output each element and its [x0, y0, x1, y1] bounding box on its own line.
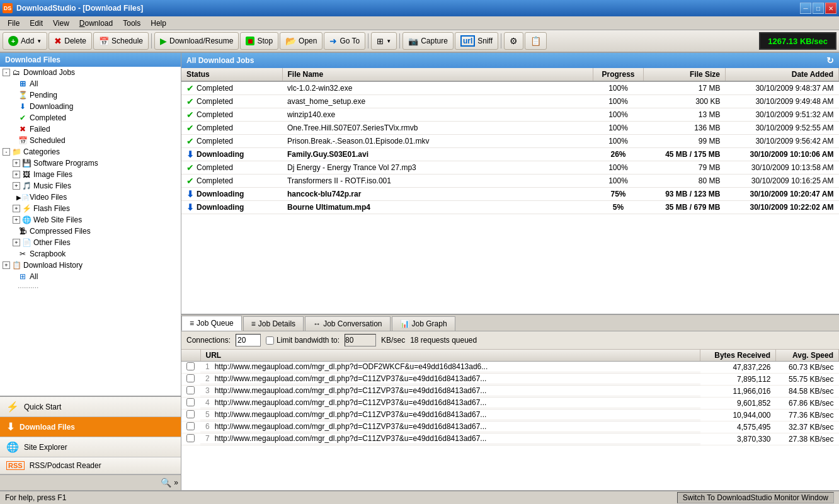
menu-download[interactable]: Download [74, 18, 118, 29]
sniff-button[interactable]: url Sniff [455, 32, 498, 50]
conn-table-row[interactable]: 5http://www.megaupload.com/mgr_dl.php?d=… [181, 410, 839, 421]
tree-item-other[interactable]: + 📄 Other Files [0, 237, 181, 248]
menu-view[interactable]: View [48, 18, 74, 29]
expand-categories[interactable]: - [3, 148, 10, 156]
tree-item-music[interactable]: + 🎵 Music Files [0, 180, 181, 192]
table-row[interactable]: ✔ Completed winzip140.exe 100% 13 MB 30/… [181, 108, 839, 122]
tree-item-pending[interactable]: ⏳ Pending [0, 89, 181, 101]
tree-item-web[interactable]: + 🌐 Web Site Files [0, 214, 181, 226]
settings-button[interactable]: ⚙ [504, 32, 523, 50]
col-conn-num[interactable] [181, 350, 200, 362]
cell-conn-checkbox[interactable] [181, 374, 200, 386]
sidebar-nav-site-explorer[interactable]: 🌐 Site Explorer [0, 437, 181, 457]
tree-item-flash[interactable]: + ⚡ Flash Files [0, 203, 181, 214]
stop-button[interactable]: ■ Stop [240, 32, 278, 50]
tree-item-scrapbook[interactable]: ✂ Scrapbook [0, 248, 181, 260]
tree-item-downloading[interactable]: ⬇ Downloading [0, 101, 181, 112]
col-date[interactable]: Date Added [726, 68, 839, 81]
conn-table-row[interactable]: 2http://www.megaupload.com/mgr_dl.php?d=… [181, 374, 839, 386]
cell-conn-checkbox[interactable] [181, 398, 200, 410]
sidebar-nav-download-files[interactable]: ⬇ Download Files [0, 417, 181, 437]
bandwidth-input[interactable] [345, 334, 376, 346]
tab-job-queue[interactable]: ≡ Job Queue [181, 316, 242, 331]
sidebar-nav-quick-start[interactable]: ⚡ Quick Start [0, 397, 181, 417]
tree-item-scheduled[interactable]: 📅 Scheduled [0, 135, 181, 146]
tree-item-all-history[interactable]: ⊞ All [0, 271, 181, 282]
expand-web[interactable]: + [13, 216, 20, 224]
col-conn-url[interactable]: URL [200, 350, 700, 362]
table-row[interactable]: ⬇ Downloading hancock-blu742p.rar 75% 93… [181, 188, 839, 201]
cell-conn-checkbox[interactable] [181, 433, 200, 445]
tree-item-categories[interactable]: - 📁 Categories [0, 146, 181, 158]
cell-conn-checkbox[interactable] [181, 410, 200, 421]
close-button[interactable]: ✕ [825, 3, 836, 14]
tab-job-details[interactable]: ≡ Job Details [243, 316, 304, 331]
table-row[interactable]: ✔ Completed Dj Energy - Energy Trance Vo… [181, 161, 839, 175]
col-progress[interactable]: Progress [593, 68, 644, 81]
capture-button[interactable]: 📷 Capture [402, 32, 454, 50]
expand-download-jobs[interactable]: - [3, 69, 10, 76]
menu-help[interactable]: Help [146, 18, 171, 29]
col-status[interactable]: Status [181, 68, 282, 81]
conn-table-row[interactable]: 3http://www.megaupload.com/mgr_dl.php?d=… [181, 386, 839, 398]
tree-item-all[interactable]: ⊞ All [0, 78, 181, 89]
grid-dropdown-icon[interactable]: ▼ [386, 38, 391, 44]
tree-item-video[interactable]: ▶📄 Video Files [0, 192, 181, 203]
expand-flash[interactable]: + [13, 205, 20, 212]
tree-item-compressed[interactable]: 🗜 Compressed Files [0, 226, 181, 237]
maximize-button[interactable]: □ [813, 3, 824, 14]
status-right[interactable]: Switch To DownloadStudio Monitor Window [677, 492, 834, 503]
tab-job-graph[interactable]: 📊 Job Graph [392, 316, 455, 331]
cell-conn-checkbox[interactable] [181, 386, 200, 398]
menu-tools[interactable]: Tools [118, 18, 146, 29]
download-table-wrap[interactable]: Status File Name Progress File Size Date… [181, 68, 839, 314]
cell-conn-checkbox[interactable] [181, 421, 200, 433]
table-row[interactable]: ✔ Completed avast_home_setup.exe 100% 30… [181, 95, 839, 108]
expand-software[interactable]: + [13, 159, 20, 167]
table-row[interactable]: ✔ Completed vlc-1.0.2-win32.exe 100% 17 … [181, 81, 839, 95]
content-refresh-icon[interactable]: ↻ [826, 55, 834, 66]
open-button[interactable]: 📂 Open [280, 32, 322, 50]
download-resume-button[interactable]: ▶ Download/Resume [154, 32, 239, 50]
clipboard-button[interactable]: 📋 [525, 32, 547, 50]
menu-edit[interactable]: Edit [25, 18, 48, 29]
tree-item-completed[interactable]: ✔ Completed [0, 112, 181, 123]
conn-table-row[interactable]: 7http://www.megaupload.com/mgr_dl.php?d=… [181, 433, 839, 445]
expand-nav-icon[interactable]: » [174, 478, 178, 487]
add-button[interactable]: + Add ▼ [3, 32, 47, 50]
goto-button[interactable]: ➜ Go To [324, 32, 365, 50]
expand-image[interactable]: + [13, 171, 20, 178]
schedule-button[interactable]: 📅 Schedule [93, 32, 149, 50]
tree-item-download-history[interactable]: + 📋 Download History [0, 260, 181, 271]
delete-button[interactable]: ✖ Delete [49, 32, 92, 50]
table-row[interactable]: ⬇ Downloading Bourne Ultimatum.mp4 5% 35… [181, 201, 839, 214]
conn-table-row[interactable]: 4http://www.megaupload.com/mgr_dl.php?d=… [181, 398, 839, 410]
tree-item-software[interactable]: + 💾 Software Programs [0, 158, 181, 169]
minimize-button[interactable]: ─ [800, 3, 811, 14]
connections-input[interactable] [236, 334, 261, 346]
expand-other[interactable]: + [13, 239, 20, 246]
sidebar-nav-rss[interactable]: RSS RSS/Podcast Reader [0, 457, 181, 474]
col-conn-speed[interactable]: Avg. Speed [776, 350, 839, 362]
conn-table-wrap[interactable]: URL Bytes Received Avg. Speed 1http://ww… [181, 350, 839, 490]
table-row[interactable]: ⬇ Downloading Family.Guy.S03E01.avi 26% … [181, 148, 839, 161]
tree-item-download-jobs[interactable]: - 🗂 Download Jobs [0, 67, 181, 78]
menu-file[interactable]: File [3, 18, 25, 29]
table-row[interactable]: ✔ Completed One.Tree.Hill.S07E07.SeriesT… [181, 122, 839, 135]
expand-history[interactable]: + [3, 261, 10, 269]
table-row[interactable]: ✔ Completed Prison.Break.-.Season.01.Epi… [181, 135, 839, 148]
expand-music[interactable]: + [13, 182, 20, 190]
conn-table-row[interactable]: 1http://www.megaupload.com/mgr_dl.php?d=… [181, 362, 839, 374]
cell-conn-checkbox[interactable] [181, 362, 200, 374]
search-icon[interactable]: 🔍 [161, 478, 171, 488]
col-filesize[interactable]: File Size [644, 68, 726, 81]
conn-table-row[interactable]: 6http://www.megaupload.com/mgr_dl.php?d=… [181, 421, 839, 433]
table-row[interactable]: ✔ Completed Transformers II - ROTF.iso.0… [181, 175, 839, 188]
col-filename[interactable]: File Name [282, 68, 593, 81]
sidebar-tree[interactable]: - 🗂 Download Jobs ⊞ All ⏳ Pending ⬇ Down… [0, 67, 181, 396]
col-conn-bytes[interactable]: Bytes Received [700, 350, 776, 362]
limit-bandwidth-checkbox[interactable] [266, 336, 274, 345]
tab-job-conversation[interactable]: ↔ Job Conversation [305, 316, 390, 331]
add-dropdown-icon[interactable]: ▼ [37, 38, 42, 44]
grid-button[interactable]: ⊞ ▼ [371, 32, 397, 50]
